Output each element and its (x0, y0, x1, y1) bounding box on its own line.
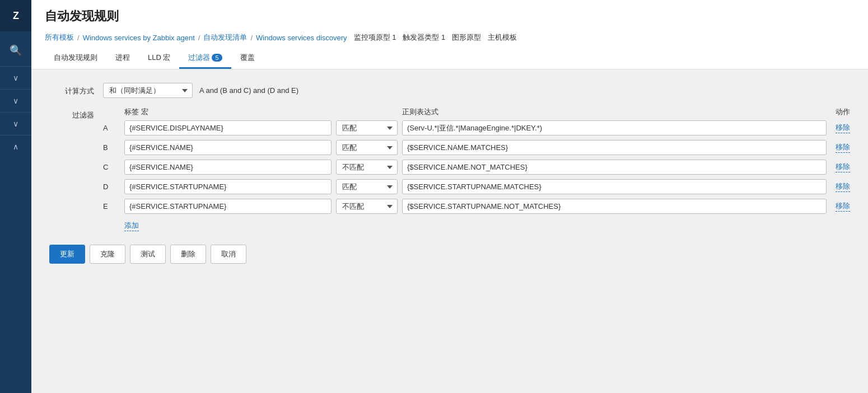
filter-operator-c[interactable]: 匹配 不匹配 (336, 160, 398, 175)
tab-lld-macro[interactable]: LLD 宏 (139, 48, 179, 69)
calc-mode-row: 计算方式 和（同时满足） A and (B and C) and (D and … (49, 83, 850, 98)
main-content: 自动发现规则 所有模板 / Windows services by Zabbix… (31, 0, 868, 393)
filter-macro-c[interactable] (124, 160, 332, 175)
test-button[interactable]: 测试 (130, 245, 166, 264)
filter-macro-b[interactable] (124, 140, 332, 155)
filter-row-c: C 匹配 不匹配 移除 (103, 160, 850, 175)
cancel-button[interactable]: 取消 (211, 245, 246, 264)
filter-letter-c: C (103, 163, 120, 171)
filter-regex-b[interactable] (402, 140, 827, 155)
breadcrumb-monitor-prototype[interactable]: 监控项原型 1 (354, 32, 396, 43)
filter-operator-d[interactable]: 匹配 不匹配 (336, 179, 398, 194)
calc-mode-label: 计算方式 (49, 83, 94, 96)
page-header: 自动发现规则 所有模板 / Windows services by Zabbix… (31, 0, 868, 69)
filter-section-content: 标签 宏 正则表达式 动作 A 匹配 不匹配 移除 (103, 107, 850, 231)
filter-row-b: B 匹配 不匹配 移除 (103, 140, 850, 155)
calc-mode-value: 和（同时满足） A and (B and C) and (D and E) (103, 83, 850, 98)
tab-process[interactable]: 进程 (106, 48, 139, 69)
remove-filter-b[interactable]: 移除 (836, 142, 850, 153)
page-title: 自动发现规则 (45, 8, 855, 25)
filter-letter-e: E (103, 202, 120, 210)
sidebar-collapse-2[interactable]: ∨ (0, 92, 31, 110)
clone-button[interactable]: 克隆 (90, 245, 125, 264)
col-header-regex: 正则表达式 (402, 107, 812, 117)
breadcrumb-discovery-name: Windows services discovery (256, 34, 347, 42)
tab-override[interactable]: 覆盖 (231, 48, 264, 69)
sidebar-nav-group-1: ∨ (0, 66, 31, 87)
content-area: 计算方式 和（同时满足） A and (B and C) and (D and … (31, 69, 868, 393)
filter-table-header: 标签 宏 正则表达式 动作 (103, 107, 850, 117)
filter-macro-e[interactable] (124, 199, 332, 214)
filter-operator-b[interactable]: 匹配 不匹配 (336, 140, 398, 155)
breadcrumb-sep-2: / (198, 34, 200, 42)
calc-mode-select[interactable]: 和（同时满足） (103, 83, 193, 98)
filter-letter-a: A (103, 124, 120, 132)
filter-regex-c[interactable] (402, 160, 827, 175)
sidebar-collapse-1[interactable]: ∨ (0, 69, 31, 87)
remove-filter-e[interactable]: 移除 (836, 201, 850, 212)
remove-filter-c[interactable]: 移除 (836, 162, 850, 172)
col-header-macro: 标签 宏 (124, 107, 332, 117)
sidebar-nav-group-4: ∧ (0, 135, 31, 156)
sidebar-collapse-4[interactable]: ∧ (0, 138, 31, 156)
breadcrumb-discovery-list[interactable]: 自动发现清单 (203, 32, 247, 43)
sidebar-collapse-3[interactable]: ∨ (0, 115, 31, 133)
calc-formula-display: A and (B and C) and (D and E) (199, 86, 298, 95)
breadcrumb-graph-prototype[interactable]: 图形原型 (452, 32, 481, 43)
filter-operator-a[interactable]: 匹配 不匹配 (336, 120, 398, 135)
breadcrumb-template-name[interactable]: Windows services by Zabbix agent (83, 34, 195, 42)
filter-macro-d[interactable] (124, 179, 332, 194)
breadcrumb-trigger-type[interactable]: 触发器类型 1 (403, 32, 445, 43)
filter-regex-a[interactable] (402, 120, 827, 135)
filter-macro-a[interactable] (124, 120, 332, 135)
breadcrumb-host-template[interactable]: 主机模板 (488, 32, 517, 43)
sidebar-logo: Z (0, 0, 31, 31)
filter-operator-e[interactable]: 匹配 不匹配 (336, 199, 398, 214)
sidebar-nav-group-3: ∨ (0, 112, 31, 133)
col-header-action: 动作 (816, 107, 850, 117)
breadcrumb-sep-1: / (77, 34, 80, 42)
filter-section-row: 过滤器 标签 宏 正则表达式 动作 A 匹配 (49, 107, 850, 231)
sidebar: Z 🔍 ∨ ∨ ∨ ∧ (0, 0, 31, 393)
logo-text: Z (13, 10, 18, 22)
filter-regex-d[interactable] (402, 179, 827, 194)
filter-letter-b: B (103, 143, 120, 152)
remove-filter-d[interactable]: 移除 (836, 181, 850, 192)
filter-section-label: 过滤器 (49, 107, 94, 120)
filter-row-e: E 匹配 不匹配 移除 (103, 199, 850, 214)
filter-row-a: A 匹配 不匹配 移除 (103, 120, 850, 135)
search-icon: 🔍 (10, 44, 22, 57)
tab-discovery-rules[interactable]: 自动发现规则 (45, 48, 106, 69)
sidebar-nav-group-2: ∨ (0, 89, 31, 110)
add-filter-link[interactable]: 添加 (124, 221, 139, 231)
filter-regex-e[interactable] (402, 199, 827, 214)
remove-filter-a[interactable]: 移除 (836, 123, 850, 133)
filter-row-d: D 匹配 不匹配 移除 (103, 179, 850, 194)
action-buttons: 更新 克隆 测试 删除 取消 (49, 245, 850, 264)
delete-button[interactable]: 删除 (170, 245, 206, 264)
sub-tabs: 自动发现规则 进程 LLD 宏 过滤器5 覆盖 (45, 48, 855, 69)
update-button[interactable]: 更新 (49, 245, 85, 264)
breadcrumb: 所有模板 / Windows services by Zabbix agent … (45, 32, 855, 43)
search-button[interactable]: 🔍 (0, 37, 31, 64)
tab-filter[interactable]: 过滤器5 (179, 48, 231, 69)
filter-letter-d: D (103, 183, 120, 191)
breadcrumb-all-templates[interactable]: 所有模板 (45, 32, 74, 43)
breadcrumb-sep-3: / (250, 34, 253, 42)
filter-form: 计算方式 和（同时满足） A and (B and C) and (D and … (49, 83, 850, 264)
